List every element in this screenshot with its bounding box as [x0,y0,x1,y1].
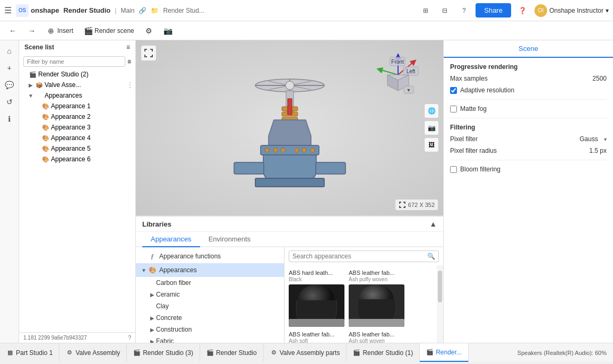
filter-list-icon[interactable]: ≡ [127,58,131,65]
svg-rect-50 [289,319,344,327]
tab-scene[interactable]: Scene [444,40,613,58]
btab-valve-assembly-parts[interactable]: ⚙ Valve Assembly parts [264,343,347,362]
help-circle-icon[interactable]: ? [128,335,131,341]
appearance-icon: 🎨 [41,155,50,163]
forward-button[interactable]: → [23,24,40,37]
tree-item[interactable]: 🎨 Appearance 6 [19,154,135,164]
plus-icon[interactable]: + [2,60,17,75]
apps-icon[interactable]: ⊟ [437,3,452,18]
lib-item-fabric[interactable]: ▶ Fabric [136,335,284,343]
adaptive-resolution-row: Adaptive resolution [450,86,607,94]
user-menu[interactable]: OI Onshape Instructor ▾ [534,4,609,17]
tab-environments[interactable]: Environments [200,232,259,247]
lib-item[interactable]: ƒ Appearance functions [136,249,284,263]
list-view-icon[interactable]: ≡ [126,44,130,51]
topbar-right: ⊞ ⊟ ? Share ❓ OI Onshape Instructor ▾ [418,3,609,18]
viewport[interactable]: Left Front ▼ [136,40,443,215]
search-input[interactable] [292,253,425,260]
adaptive-resolution-checkbox[interactable] [450,87,457,94]
btab-render-studio[interactable]: 🎬 Render Studio [200,343,264,362]
item-label: Valve Asse... [45,81,127,89]
svg-rect-34 [144,49,145,51]
tree-item[interactable]: ▼ Appearances [19,90,135,101]
collapse-icon[interactable]: ▲ [429,220,437,228]
info-icon[interactable]: ℹ [2,111,17,126]
vp-tool-2[interactable]: 📷 [424,120,439,135]
home-icon[interactable]: ⌂ [2,44,17,58]
lib-card[interactable]: ABS leather fab... Ash soft woven [349,331,404,343]
bottom-tabs: ▦ Part Studio 1 ⚙ Valve Assembly 🎬 Rende… [0,343,613,362]
svg-point-15 [273,148,278,152]
max-samples-label: Max samples [450,75,592,82]
lib-card[interactable]: ABS leather fab... Ash puffy woven [349,270,404,327]
item-label: Appearance 3 [51,124,133,131]
tree-item[interactable]: 🎨 Appearance 1 [19,101,135,111]
btab-render-studio-1[interactable]: 🎬 Render Studio (1) [347,343,420,362]
btab-label: Part Studio 1 [16,349,53,357]
share-button[interactable]: Share [476,3,511,18]
grid-scrollbar-thumb[interactable] [438,271,442,302]
svg-point-16 [281,148,285,152]
matte-fog-checkbox[interactable] [450,106,457,112]
lib-item-concrete[interactable]: ▶ Concrete [136,312,284,324]
matte-fog-row: Matte fog [450,105,607,112]
lib-card[interactable]: ABS hard leath... Black [289,270,344,327]
tree-item[interactable]: 🎨 Appearance 3 [19,122,135,133]
bloom-filtering-checkbox[interactable] [450,166,457,173]
vp-tool-3[interactable]: 🖼 [424,137,439,152]
render-studio-3-icon: 🎬 [133,349,141,357]
camera-icon: 📷 [164,27,172,35]
render-scene-label: Render scene [94,27,134,34]
svg-text:Front: Front [391,59,404,65]
resize-indicator: 672 X 352 [395,200,438,210]
btab-part-studio[interactable]: ▦ Part Studio 1 [0,343,59,362]
back-button[interactable]: ← [4,24,21,37]
vp-tool-1[interactable]: 🌐 [424,103,439,118]
btab-render-active[interactable]: 🎬 Render... [420,343,469,362]
dots-menu-icon[interactable]: ⋮ [127,81,133,89]
insert-button[interactable]: ⊕ Insert [42,24,77,37]
search-box: 🔍 [289,250,439,262]
lib-item-label: Appearance functions [159,253,221,260]
toggle-icon: ▶ [149,315,156,321]
render-scene-button[interactable]: 🎬 Render scene [80,24,139,37]
lib-item-carbon[interactable]: Carbon fiber [136,277,284,289]
focus-icon[interactable] [141,46,156,60]
grid-scrollbar[interactable] [437,265,443,343]
tree-item[interactable]: 🎨 Appearance 5 [19,143,135,154]
question-icon[interactable]: ❓ [515,3,530,18]
filter-input[interactable] [23,56,125,67]
pixel-filter-select[interactable]: Gauss [580,135,607,143]
lib-item-construction[interactable]: ▶ Construction [136,324,284,335]
lib-item-ceramic[interactable]: ▶ Ceramic [136,289,284,300]
bloom-filtering-row: Bloom filtering [450,166,607,173]
tab-appearances[interactable]: Appearances [142,232,200,247]
pixel-filter-radius-label: Pixel filter radius [450,147,589,154]
max-samples-value: 2500 [592,75,607,82]
lib-item-appearances[interactable]: ▼ 🎨 Appearances [136,263,284,277]
help-icon[interactable]: ? [456,3,471,18]
camera-button[interactable]: 📷 [160,24,177,37]
btab-render-studio-3[interactable]: 🎬 Render Studio (3) [127,343,200,362]
btab-label: Render Studio (3) [143,349,193,357]
tree-item[interactable]: 🎬 Render Studio (2) [19,69,135,80]
lib-item-clay[interactable]: Clay [136,300,284,312]
tree-item[interactable]: ▶ 📦 Valve Asse... ⋮ [19,80,135,90]
history-icon[interactable]: ↺ [2,94,17,109]
func-icon: ƒ [148,252,157,261]
settings-button[interactable]: ⚙ [141,24,158,37]
lib-item-label: Fabric [156,337,174,343]
grid-icon[interactable]: ⊞ [418,3,433,18]
btab-valve-assembly[interactable]: ⚙ Valve Assembly [59,343,127,362]
chat-icon[interactable]: 💬 [2,77,17,92]
lib-card[interactable]: ABS leather fab... Ash soft [289,331,344,343]
content-area: Scene list ≡ ≡ 🎬 Render Studio (2) ▶ [19,40,613,343]
view-gizmo[interactable]: Left Front ▼ [374,51,422,99]
appearances-icon: 🎨 [148,265,157,275]
menu-icon[interactable]: ☰ [4,5,12,15]
filter-row: ≡ [19,54,135,69]
svg-rect-20 [288,99,292,115]
card-subtitle: Ash soft woven [349,338,404,343]
tree-item[interactable]: 🎨 Appearance 4 [19,133,135,143]
tree-item[interactable]: 🎨 Appearance 2 [19,111,135,122]
